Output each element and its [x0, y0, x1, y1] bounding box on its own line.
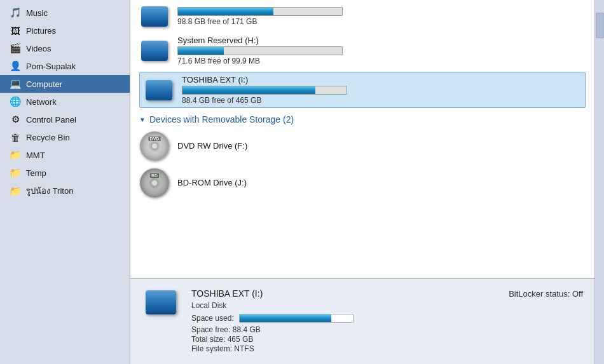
sidebar-item-temp[interactable]: 📁 Temp [0, 164, 130, 182]
status-details: TOSHIBA EXT (I:) BitLocker status: Off L… [191, 284, 583, 354]
status-bar: TOSHIBA EXT (I:) BitLocker status: Off L… [130, 278, 594, 364]
drive-info-unnamed: 98.8 GB free of 171 GB [177, 7, 586, 26]
sidebar-item-triton[interactable]: 📁 รูปน้อง Triton [0, 182, 130, 200]
status-total-size: Total size: 465 GB [191, 335, 583, 344]
removable-section-title: Devices with Removable Storage (2) [149, 114, 294, 125]
sidebar-label-network: Network [26, 97, 57, 107]
sidebar-item-network[interactable]: 🌐 Network [0, 93, 130, 111]
drive-item-dvd[interactable]: DVD DVD RW Drive (F:) [139, 131, 586, 161]
status-bar-row: Space used: [191, 314, 583, 323]
drive-free-toshiba: 88.4 GB free of 465 GB [182, 96, 581, 105]
removable-section-header: ▼ Devices with Removable Storage (2) [139, 114, 586, 125]
hdd-icon-toshiba [144, 78, 174, 103]
user-icon: 👤 [9, 60, 22, 72]
main-panel: 98.8 GB free of 171 GB System Reserved (… [130, 0, 594, 364]
status-subtitle: Local Disk [191, 301, 583, 310]
status-progress-fill [240, 314, 331, 322]
control-panel-icon: ⚙ [9, 113, 22, 126]
status-progress-bar [239, 314, 353, 323]
drive-item-bd[interactable]: BD BD-ROM Drive (J:) [139, 168, 586, 198]
dvd-icon: DVD [139, 131, 170, 161]
pictures-icon: 🖼 [9, 24, 22, 37]
drive-name-toshiba: TOSHIBA EXT (I:) [182, 75, 581, 84]
hdd-icon-system-reserved [139, 38, 170, 64]
drive-info-bd: BD-ROM Drive (J:) [177, 178, 586, 189]
drive-info-toshiba: TOSHIBA EXT (I:) 88.4 GB free of 465 GB [182, 75, 581, 105]
drive-bar-unnamed [177, 7, 343, 16]
drive-bar-toshiba [182, 86, 347, 95]
music-icon: 🎵 [9, 6, 22, 19]
scrollbar-thumb[interactable] [596, 13, 604, 38]
recycle-bin-icon: 🗑 [9, 131, 22, 144]
drive-free-unnamed: 98.8 GB free of 171 GB [177, 17, 586, 26]
sidebar: 🎵 Music 🖼 Pictures 🎬 Videos 👤 Pom-Supala… [0, 0, 130, 364]
status-title: TOSHIBA EXT (I:) [191, 288, 263, 299]
status-file-system: File system: NTFS [191, 344, 583, 353]
sidebar-label-user: Pom-Supalak [26, 62, 76, 71]
drive-name-dvd: DVD RW Drive (F:) [177, 141, 586, 151]
sidebar-label-pictures: Pictures [26, 26, 56, 36]
hdd-icon-unnamed [139, 4, 170, 29]
sidebar-label-music: Music [26, 8, 48, 18]
status-bitlocker: BitLocker status: Off [509, 286, 583, 299]
folder-triton-icon: 📁 [9, 185, 22, 198]
sidebar-label-videos: Videos [26, 44, 51, 53]
sidebar-item-videos[interactable]: 🎬 Videos [0, 39, 130, 57]
drive-bar-fill-system-reserved [178, 47, 224, 55]
sidebar-label-triton: รูปน้อง Triton [26, 184, 73, 198]
sidebar-label-control-panel: Control Panel [26, 115, 76, 125]
drive-item-unnamed[interactable]: 98.8 GB free of 171 GB [139, 4, 586, 29]
status-space-used-label: Space used: [191, 314, 234, 323]
section-triangle-icon: ▼ [139, 116, 146, 123]
status-space-free: Space free: 88.4 GB [191, 325, 583, 334]
drive-item-toshiba[interactable]: TOSHIBA EXT (I:) 88.4 GB free of 465 GB [139, 72, 586, 108]
status-drive-icon [142, 284, 180, 314]
bd-icon: BD [139, 168, 170, 198]
sidebar-item-mmt[interactable]: 📁 MMT [0, 146, 130, 164]
drive-item-system-reserved[interactable]: System Reserved (H:) 71.6 MB free of 99.… [139, 36, 586, 65]
computer-icon: 💻 [9, 78, 22, 90]
drive-free-system-reserved: 71.6 MB free of 99.9 MB [177, 57, 586, 65]
folder-temp-icon: 📁 [9, 166, 22, 179]
network-icon: 🌐 [9, 95, 22, 108]
sidebar-label-recycle-bin: Recycle Bin [26, 133, 70, 142]
videos-icon: 🎬 [9, 42, 22, 55]
drive-bar-fill-toshiba [182, 86, 315, 94]
sidebar-label-mmt: MMT [26, 151, 45, 160]
drive-bar-system-reserved [177, 46, 343, 55]
sidebar-item-computer[interactable]: 💻 Computer [0, 75, 130, 93]
sidebar-item-music[interactable]: 🎵 Music [0, 4, 130, 22]
folder-mmt-icon: 📁 [9, 149, 22, 161]
sidebar-label-computer: Computer [26, 79, 62, 89]
sidebar-label-temp: Temp [26, 168, 46, 178]
drive-info-dvd: DVD RW Drive (F:) [177, 141, 586, 152]
drive-name-bd: BD-ROM Drive (J:) [177, 178, 586, 187]
sidebar-item-recycle-bin[interactable]: 🗑 Recycle Bin [0, 128, 130, 146]
drive-info-system-reserved: System Reserved (H:) 71.6 MB free of 99.… [177, 36, 586, 65]
sidebar-item-user[interactable]: 👤 Pom-Supalak [0, 57, 130, 75]
scrollbar[interactable] [594, 0, 604, 364]
drive-name-system-reserved: System Reserved (H:) [177, 36, 586, 45]
sidebar-item-pictures[interactable]: 🖼 Pictures [0, 22, 130, 39]
content-area: 98.8 GB free of 171 GB System Reserved (… [130, 0, 594, 278]
drive-bar-fill-unnamed [178, 8, 273, 15]
sidebar-item-control-panel[interactable]: ⚙ Control Panel [0, 111, 130, 128]
